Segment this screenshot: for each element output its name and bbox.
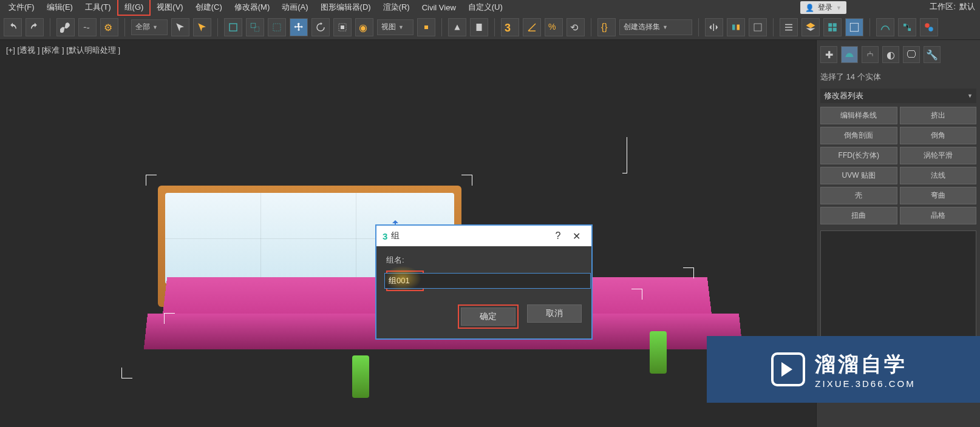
manipulate-button[interactable] (448, 18, 466, 36)
mirror-button[interactable] (705, 18, 723, 36)
app-icon: 3 (383, 231, 387, 241)
select-button[interactable] (171, 18, 189, 36)
selection-bracket (683, 267, 694, 278)
track-view-button[interactable] (876, 18, 894, 36)
rect-select-icon[interactable] (224, 18, 242, 36)
svg-rect-0 (230, 24, 237, 31)
modifier-ffd-box[interactable]: FFD(长方体) (820, 147, 897, 164)
percent-snap-button[interactable]: % (545, 18, 563, 36)
pivot-button[interactable] (417, 18, 435, 36)
display-tab[interactable]: 🖵 (903, 46, 920, 63)
curve-editor-button[interactable] (845, 18, 863, 36)
undo-button[interactable] (4, 18, 22, 36)
modifier-list-dropdown[interactable]: 修改器列表 ▼ (820, 89, 976, 103)
layer-manager-button[interactable] (801, 18, 820, 36)
menu-view[interactable]: 视图(V) (151, 0, 189, 15)
input-highlight (386, 271, 424, 291)
modifier-chamfer-profile[interactable]: 倒角剖面 (820, 127, 897, 144)
menu-group[interactable]: 组(G) (117, 0, 151, 16)
group-dialog: 3 组 ? ✕ 组名: 确定 取消 (375, 224, 593, 340)
menu-modifiers[interactable]: 修改器(M) (228, 0, 276, 15)
modifier-stack[interactable] (820, 230, 976, 352)
svg-rect-17 (908, 28, 911, 31)
menu-graph-editors[interactable]: 图形编辑器(D) (315, 0, 377, 15)
modifier-chamfer[interactable]: 倒角 (900, 127, 977, 144)
move-button[interactable] (290, 18, 308, 36)
selection-bracket (146, 175, 157, 186)
svg-rect-14 (833, 27, 837, 31)
menu-file[interactable]: 文件(F) (2, 0, 41, 15)
modifier-edit-spline[interactable]: 编辑样条线 (820, 107, 897, 124)
bind-button[interactable]: ⚙ (100, 18, 118, 36)
main-toolbar: ⚙ 全部▼ ◉ 视图▼ 3 % ⟲ {} 创建选择集▼ (0, 15, 980, 40)
chevron-down-icon: ▼ (967, 93, 973, 99)
utilities-tab[interactable]: 🔧 (924, 46, 941, 63)
scale-button[interactable] (333, 18, 352, 36)
svg-rect-16 (903, 24, 907, 27)
keyboard-shortcut-button[interactable] (470, 18, 488, 36)
menu-customize[interactable]: 自定义(U) (462, 0, 509, 15)
menu-create[interactable]: 创建(C) (189, 0, 228, 15)
selection-bracket (631, 289, 642, 300)
selection-bracket (121, 368, 132, 378)
menu-civil-view[interactable]: Civil View (416, 1, 462, 14)
viewport-label[interactable]: [+] [透视 ] [标准 ] [默认明暗处理 ] (6, 45, 120, 56)
reference-coord-dropdown[interactable]: 视图▼ (377, 19, 413, 35)
select-by-name-button[interactable] (193, 18, 211, 36)
link-button[interactable] (56, 18, 75, 36)
menu-animation[interactable]: 动画(A) (276, 0, 314, 15)
motion-tab[interactable]: ◐ (882, 46, 899, 63)
angle-snap-button[interactable] (523, 18, 541, 36)
modifier-uvw-map[interactable]: UVW 贴图 (820, 167, 897, 184)
close-button[interactable]: ✕ (567, 230, 585, 242)
svg-rect-5 (341, 25, 344, 29)
dialog-titlebar[interactable]: 3 组 ? ✕ (376, 226, 591, 246)
svg-rect-10 (754, 24, 761, 31)
separator (591, 18, 591, 36)
modifier-lattice[interactable]: 晶格 (900, 207, 977, 224)
align-button[interactable] (727, 18, 745, 36)
edit-selection-set-button[interactable]: {} (597, 18, 616, 36)
watermark-cn: 溜溜自学 (815, 351, 915, 378)
selection-info: 选择了 14 个实体 (820, 69, 976, 89)
toggle-scene-button[interactable] (749, 18, 767, 36)
group-name-input[interactable] (384, 273, 591, 289)
modify-tab[interactable] (841, 46, 858, 63)
watermark-en: ZIXUE.3D66.COM (815, 378, 915, 389)
help-button[interactable]: ? (549, 230, 567, 241)
bed-leg (352, 355, 369, 398)
menu-rendering[interactable]: 渲染(R) (377, 0, 416, 15)
snap-button[interactable]: 3 (501, 18, 519, 36)
material-editor-button[interactable] (920, 18, 938, 36)
paint-select-button[interactable] (268, 18, 286, 36)
hierarchy-tab[interactable] (862, 46, 879, 63)
login-button[interactable]: 👤 登录 ▼ (800, 1, 846, 14)
modifier-bend[interactable]: 弯曲 (900, 187, 977, 204)
workspace-selector[interactable]: 工作区: 默认 (930, 1, 975, 12)
schematic-view-button[interactable] (898, 18, 916, 36)
modifier-turbosmooth[interactable]: 涡轮平滑 (900, 147, 977, 164)
modifier-extrude[interactable]: 挤出 (900, 107, 977, 124)
unlink-button[interactable] (78, 18, 97, 36)
user-icon: 👤 (805, 4, 814, 12)
spinner-snap-button[interactable]: ⟲ (567, 18, 585, 36)
workspace-value: 默认 (959, 1, 975, 12)
svg-point-19 (928, 27, 933, 32)
placement-button[interactable]: ◉ (355, 18, 373, 36)
selection-filter-dropdown[interactable]: 全部▼ (131, 19, 168, 35)
cancel-button[interactable]: 取消 (527, 304, 582, 323)
layer-explorer-button[interactable] (780, 18, 798, 36)
window-crossing-button[interactable] (246, 18, 264, 36)
create-tab[interactable]: ✚ (820, 46, 837, 63)
selection-set-dropdown[interactable]: 创建选择集▼ (619, 19, 692, 35)
ok-button[interactable]: 确定 (461, 308, 516, 326)
modifier-twist[interactable]: 扭曲 (820, 207, 897, 224)
separator (698, 18, 699, 36)
rotate-button[interactable] (311, 18, 330, 36)
redo-button[interactable] (26, 18, 44, 36)
modifier-normal[interactable]: 法线 (900, 167, 977, 184)
ribbon-button[interactable] (823, 18, 842, 36)
menu-edit[interactable]: 编辑(E) (41, 0, 79, 15)
modifier-shell[interactable]: 壳 (820, 187, 897, 204)
menu-tools[interactable]: 工具(T) (79, 0, 117, 15)
